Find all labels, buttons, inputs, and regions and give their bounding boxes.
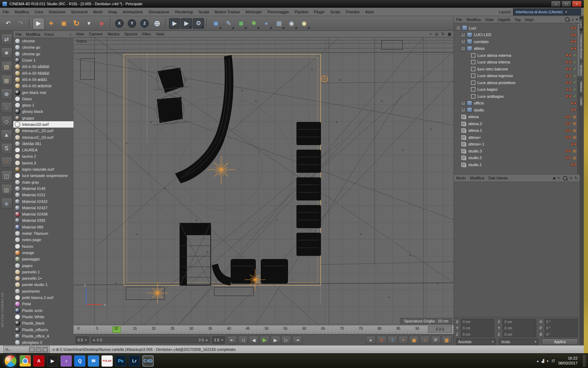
material-row[interactable]: chrome go <box>13 51 74 57</box>
tree-row-luce-attesa-prioiettore[interactable]: Luce attesa prioiettore✓ <box>454 79 580 86</box>
editor-dot-icon[interactable] <box>571 109 573 111</box>
editor-dot-icon[interactable] <box>571 102 573 104</box>
tree-row-ufficio[interactable]: +ufficio <box>454 100 580 107</box>
material-row[interactable]: legno naturale.surf <box>13 166 74 172</box>
add-subdivision-surface-button[interactable]: ■ <box>235 18 247 29</box>
expander-icon[interactable]: − <box>461 46 465 51</box>
menu-sculpt[interactable]: Sculpt <box>198 10 209 14</box>
object-menu-segn[interactable]: Segn <box>525 18 534 22</box>
last-tool-button[interactable]: ◆ <box>96 18 107 29</box>
material-row[interactable]: plexiglass 2 <box>13 339 74 346</box>
help-button[interactable]: ? <box>387 336 397 344</box>
workplane-mode-button[interactable]: ▦ <box>1 75 12 86</box>
menu-selezione[interactable]: Selezione <box>49 10 65 14</box>
clock[interactable]: 16:22 08/03/2017 <box>558 356 578 366</box>
lock-z-button[interactable]: Z <box>139 18 150 29</box>
render-dot-icon[interactable] <box>569 54 572 56</box>
maximize-button[interactable]: □ <box>561 1 571 7</box>
object-menu-vista[interactable]: Vista <box>485 18 493 22</box>
menu-modifica[interactable]: Modifica <box>15 10 29 14</box>
material-row[interactable]: Plastik_office!o <box>13 326 74 333</box>
coordinate-field[interactable]: 0 ° <box>545 325 578 331</box>
cinema4d-icon[interactable]: C4D <box>142 355 154 367</box>
frame-scale-box[interactable]: 0.3 S <box>428 326 452 333</box>
material-row[interactable]: glass 1 <box>13 102 74 108</box>
render-dot-icon[interactable] <box>574 109 576 111</box>
editor-dot-icon[interactable] <box>571 34 573 36</box>
side-tab-oggetti[interactable]: Oggetti <box>580 17 583 31</box>
material-row[interactable]: glossy black <box>13 108 74 115</box>
menu-script[interactable]: Script <box>330 10 340 14</box>
mini-window[interactable]: Vi... □ – × <box>4 346 50 353</box>
pointer-icon[interactable]: ↖ <box>557 176 560 180</box>
menu-simulazione[interactable]: Simulazione <box>148 10 169 14</box>
menu-aiuto[interactable]: Aiuto <box>365 10 374 14</box>
enabled-check-icon[interactable]: ✓ <box>573 94 576 98</box>
live-selection-button[interactable]: ▶ <box>33 18 44 29</box>
toggle-view-icon[interactable]: ▣ <box>448 32 451 36</box>
acrobat-icon[interactable]: A <box>33 355 44 367</box>
tree-row-luce-attesa-esterna[interactable]: Luce attesa esterna✓ <box>454 52 580 59</box>
coordinate-field[interactable]: 0 ° <box>545 332 578 337</box>
menu-motion-tracker[interactable]: Motion Tracker <box>215 10 240 14</box>
render-dot-icon[interactable] <box>574 102 576 104</box>
render-dot-icon[interactable] <box>568 157 571 159</box>
layer-dots-icon[interactable] <box>566 88 572 91</box>
lock-y-button[interactable]: Y <box>126 18 138 29</box>
material-row[interactable]: pelle bianca 2.surf <box>13 294 74 301</box>
render-off-icon[interactable]: ⊘ <box>573 156 576 160</box>
render-dot-icon[interactable] <box>569 61 572 63</box>
tree-row-luce-bagno[interactable]: Luce bagno✓ <box>454 86 580 93</box>
menu-animazione[interactable]: Animazione <box>123 10 143 14</box>
overflow-icon[interactable]: » <box>69 32 71 36</box>
enabled-check-icon[interactable]: ✓ <box>573 80 576 85</box>
object-axis-mode-button[interactable]: ⊕ <box>1 88 12 100</box>
redo-button[interactable]: ↷ <box>15 18 27 29</box>
editor-dot-icon[interactable] <box>566 61 568 63</box>
record-pla-button[interactable]: ▦ <box>442 336 451 344</box>
material-row[interactable]: Petal <box>13 301 74 307</box>
enabled-check-icon[interactable]: ✓ <box>573 60 576 64</box>
tree-row-studio-3[interactable]: studio.3⊘ <box>454 148 580 155</box>
enabled-check-icon[interactable]: ✓ <box>573 87 576 92</box>
tree-row-attesa[interactable]: −attesa <box>454 45 580 52</box>
attribute-tab-dati-utente[interactable]: Dati Utente <box>489 176 508 180</box>
render-dot-icon[interactable] <box>574 143 576 145</box>
menu-plugin[interactable]: Plugin <box>314 10 325 14</box>
back-arrow-icon[interactable]: ◀ <box>552 176 555 180</box>
add-light-button[interactable]: ◉ <box>298 18 310 29</box>
material-row[interactable]: paesaggio <box>13 256 74 262</box>
editor-dot-icon[interactable] <box>566 68 568 70</box>
material-row[interactable]: parete studio 1 <box>13 281 74 288</box>
prev-frame-button[interactable]: ◀ <box>249 336 259 344</box>
coordinate-field[interactable]: 0 cm <box>461 319 494 325</box>
editor-dot-icon[interactable] <box>566 81 568 84</box>
editor-dot-icon[interactable] <box>565 129 568 132</box>
volume-icon[interactable]: ● <box>547 359 548 363</box>
record-rotation-button[interactable]: ○ <box>420 336 430 344</box>
render-dot-icon[interactable] <box>568 136 571 138</box>
expander-icon[interactable]: + <box>461 33 465 37</box>
mirror-tool-button[interactable]: ◫ <box>1 170 12 182</box>
coordinate-field[interactable]: 0 cm <box>503 332 536 337</box>
editor-dot-icon[interactable] <box>565 122 568 125</box>
render-dot-icon[interactable] <box>569 68 572 70</box>
layer-dots-icon[interactable] <box>565 157 571 159</box>
coordinate-target-dropdown[interactable]: Scala ▾ <box>499 339 539 345</box>
side-tab-livelli[interactable]: Livelli <box>580 95 583 107</box>
lock-x-button[interactable]: X <box>113 18 125 29</box>
autokey-button[interactable]: ⊘ <box>377 336 386 344</box>
search-icon[interactable] <box>563 176 567 180</box>
layer-dots-icon[interactable] <box>566 95 572 97</box>
material-row[interactable]: Material #149 <box>13 185 74 192</box>
material-row[interactable]: notes page <box>13 237 74 243</box>
editor-dot-icon[interactable] <box>571 163 573 166</box>
menu-crea[interactable]: Crea <box>35 10 43 14</box>
material-row[interactable]: pages <box>13 262 74 268</box>
render-dot-icon[interactable] <box>568 122 571 125</box>
material-row[interactable]: Material #2438 <box>13 211 74 217</box>
viewport-canvas[interactable]: X Z Sopra Spaziatura Griglia : 10 cm <box>74 38 454 325</box>
minimize-icon[interactable]: – <box>36 347 41 352</box>
material-row[interactable]: Plastic White <box>13 314 74 320</box>
coordinate-field[interactable]: 0 cm <box>503 319 536 325</box>
